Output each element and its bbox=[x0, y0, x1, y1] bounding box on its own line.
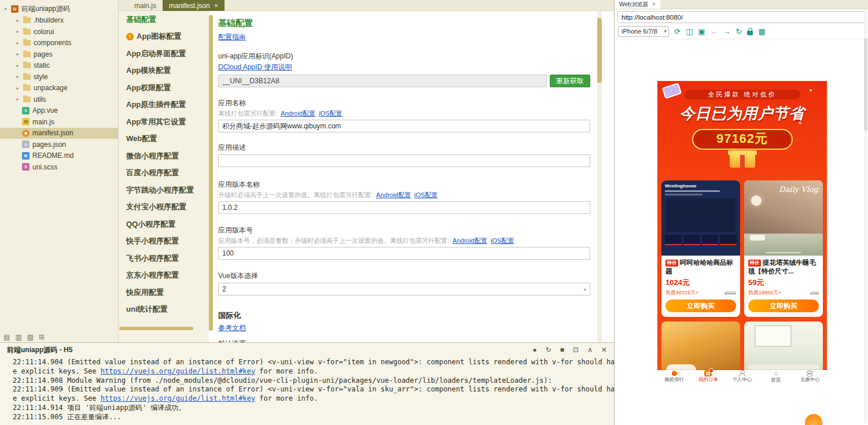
url-input[interactable] bbox=[617, 11, 865, 23]
tree-folder-item[interactable]: ▸style bbox=[0, 71, 118, 83]
device-select[interactable]: iPhone 6/7/8 ▾ bbox=[618, 26, 669, 37]
tree-folder-item[interactable]: ▸pages bbox=[0, 49, 118, 60]
browser-scrollbar[interactable] bbox=[864, 9, 867, 424]
manifest-nav-item[interactable]: 基础配置 bbox=[119, 11, 209, 28]
restart-icon[interactable]: ↻ bbox=[546, 346, 551, 354]
manifest-nav-item[interactable]: 快应用配置 bbox=[119, 284, 209, 301]
screenshot-icon[interactable]: ▣ bbox=[698, 28, 705, 35]
tree-folder-item[interactable]: ▸.hbuilderx bbox=[0, 15, 118, 27]
tree-file-item[interactable]: {}pages.json bbox=[0, 139, 118, 150]
close-icon[interactable]: ✕ bbox=[652, 2, 656, 7]
editor-tab[interactable]: main.js bbox=[128, 0, 163, 11]
chevron-down-icon: ▾ bbox=[583, 284, 586, 295]
close-tab-icon[interactable]: ✕ bbox=[214, 3, 219, 9]
ios-config-link[interactable]: iOS配置 bbox=[319, 110, 342, 117]
promo-banner[interactable]: 全民爆款 绝对低价 今日已为用户节省 97162元 bbox=[657, 81, 827, 179]
ios-config-link[interactable]: iOS配置 bbox=[491, 237, 514, 244]
rotate-device-icon[interactable]: ⟳ bbox=[674, 28, 681, 35]
tree-file-item[interactable]: MREADME.md bbox=[0, 150, 118, 162]
refresh-appid-button[interactable]: 重新获取 bbox=[550, 75, 590, 87]
panel-toggle-icon-3[interactable]: ▧ bbox=[27, 333, 34, 341]
tree-folder-item[interactable]: ▸utils bbox=[0, 94, 118, 105]
manifest-nav-item[interactable]: 快手小程序配置 bbox=[119, 233, 209, 250]
nav-horizontal-scrollbar[interactable] bbox=[119, 327, 193, 330]
run-icon[interactable]: ● bbox=[533, 346, 537, 354]
app-desc-input[interactable] bbox=[218, 154, 590, 167]
config-guide-link[interactable]: 配置指南 bbox=[218, 32, 590, 42]
tree-file-item[interactable]: manifest.json bbox=[0, 128, 118, 139]
manifest-nav-item[interactable]: 百度小程序配置 bbox=[119, 165, 209, 182]
form-scrollbar[interactable] bbox=[597, 11, 602, 342]
manifest-nav-item[interactable]: 微信小程序配置 bbox=[119, 147, 209, 165]
console-tab[interactable]: 前端uniapp源码 - H5 bbox=[7, 345, 72, 355]
manifest-nav-item[interactable]: App常用其它设置 bbox=[119, 113, 209, 131]
form-scrollbar-handle[interactable] bbox=[597, 18, 602, 83]
product-card[interactable]: Daily Vlog特价提花塔芙绒牛睡毛毯【特价尺寸...59元热度18956万… bbox=[744, 180, 823, 317]
editor-tab[interactable]: manifest.json✕ bbox=[163, 0, 225, 11]
phone-tab-flame[interactable]: 疯抢排行 bbox=[657, 370, 692, 383]
panel-toggle-icon-4[interactable]: ⊞ bbox=[39, 333, 45, 341]
i18n-doc-link[interactable]: 参考文档 bbox=[218, 323, 590, 333]
close-panel-icon[interactable]: ✕ bbox=[601, 346, 607, 354]
export-icon[interactable]: ⊡ bbox=[573, 346, 579, 354]
collapse-panel-icon[interactable]: ∧ bbox=[587, 346, 593, 354]
manifest-nav-item[interactable]: QQ小程序配置 bbox=[119, 216, 209, 233]
tree-folder-item[interactable]: ▸components bbox=[0, 38, 118, 49]
version-name-input[interactable] bbox=[218, 201, 590, 214]
manifest-nav-item[interactable]: App模块配置 bbox=[119, 62, 209, 80]
brand-logo-text: Daily Vlog bbox=[779, 185, 818, 194]
android-config-link[interactable]: Android配置 bbox=[376, 191, 411, 198]
android-config-link[interactable]: Android配置 bbox=[453, 237, 487, 244]
product-card[interactable]: Westinghouse特价呵呵哈哈哈商品标题1024元热度46319万+¥99… bbox=[661, 180, 740, 317]
manifest-nav-item[interactable]: Web配置 bbox=[119, 131, 209, 148]
manifest-nav-item[interactable]: App权限配置 bbox=[119, 79, 209, 97]
buy-now-button[interactable]: 立即购买 bbox=[665, 300, 736, 312]
devtools-icon[interactable]: ◫ bbox=[686, 28, 693, 35]
browser-tab[interactable]: Web浏览器 ✕ bbox=[615, 0, 660, 9]
heat-count: 热度46319万+ bbox=[665, 289, 698, 297]
forward-icon[interactable]: → bbox=[723, 28, 731, 35]
manifest-nav-item[interactable]: 京东小程序配置 bbox=[119, 267, 209, 284]
tree-folder-item[interactable]: ▸unpackage bbox=[0, 83, 118, 94]
phone-tab-order[interactable]: 我的订单 bbox=[692, 370, 726, 383]
manifest-nav-item[interactable]: 字节跳动小程序配置 bbox=[119, 182, 209, 199]
project-name: 前端uniapp源码 bbox=[21, 4, 70, 14]
refresh-icon[interactable]: ↻ bbox=[736, 28, 742, 35]
floating-button-partial[interactable] bbox=[805, 414, 822, 425]
stop-icon[interactable]: ■ bbox=[560, 346, 564, 354]
buy-now-button[interactable]: 立即购买 bbox=[748, 300, 819, 312]
tree-file-item[interactable]: VApp.vue bbox=[0, 105, 118, 117]
tree-file-item[interactable]: Suni.scss bbox=[0, 161, 118, 173]
manifest-nav-item[interactable]: 支付宝小程序配置 bbox=[119, 199, 209, 216]
ios-config-link[interactable]: iOS配置 bbox=[414, 191, 437, 198]
console-link[interactable]: https://vuejs.org/guide/list.html#key bbox=[101, 394, 255, 402]
panel-toggle-icon-2[interactable]: ▥ bbox=[15, 333, 21, 341]
phone-tab-home[interactable]: ⌂首页 bbox=[759, 370, 793, 383]
lock-icon[interactable] bbox=[747, 31, 753, 35]
manifest-nav-item[interactable]: 飞书小程序配置 bbox=[119, 250, 209, 267]
tree-root-item[interactable]: ▾ U 前端uniapp源码 bbox=[0, 3, 118, 15]
console-link[interactable]: https://vuejs.org/guide/list.html#key bbox=[101, 367, 255, 375]
manifest-nav-item[interactable]: App启动界面配置 bbox=[119, 45, 209, 62]
nav-scrollbar[interactable] bbox=[209, 15, 213, 331]
vue-version-select[interactable]: 2 ▾ bbox=[218, 283, 590, 295]
manifest-nav-item[interactable]: uni统计配置 bbox=[119, 301, 209, 319]
version-code-input[interactable] bbox=[218, 247, 590, 260]
chevron-down-icon[interactable]: ▾ bbox=[3, 6, 8, 12]
back-icon[interactable]: ← bbox=[711, 28, 718, 35]
manifest-nav-item[interactable]: !App图标配置 bbox=[119, 28, 209, 46]
appid-input[interactable] bbox=[218, 75, 547, 87]
phone-tab-person[interactable]: 个人中心 bbox=[725, 370, 759, 383]
tree-folder-item[interactable]: ▸static bbox=[0, 60, 118, 72]
android-config-link[interactable]: Android配置 bbox=[281, 110, 315, 117]
editor-tab-label: manifest.json bbox=[169, 2, 210, 10]
app-name-input[interactable] bbox=[218, 120, 590, 132]
browser-scrollbar-handle[interactable] bbox=[864, 38, 867, 131]
tree-file-item[interactable]: JSmain.js bbox=[0, 116, 118, 128]
panel-toggle-icon-1[interactable]: ▤ bbox=[3, 333, 10, 341]
appid-doc-link[interactable]: DCloud AppID 使用说明 bbox=[218, 62, 590, 72]
tree-folder-item[interactable]: ▸colorui bbox=[0, 26, 118, 38]
phone-tab-exchange[interactable]: 兑换中心 bbox=[793, 370, 827, 383]
manifest-nav-item[interactable]: App原生插件配置 bbox=[119, 97, 209, 114]
qrcode-icon[interactable]: ▦ bbox=[758, 28, 765, 35]
